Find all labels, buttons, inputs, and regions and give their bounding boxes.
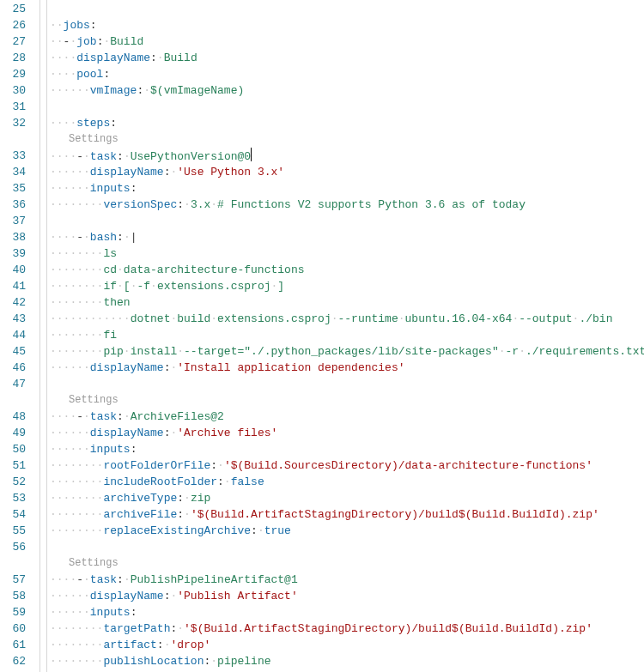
line-number: 52 <box>0 474 26 490</box>
line-number <box>0 131 26 148</box>
code-line[interactable]: ········if·[·-f·extensions.csproj·] <box>50 278 644 294</box>
line-number: 47 <box>0 376 26 392</box>
line-number: 41 <box>0 278 26 294</box>
line-number: 40 <box>0 262 26 278</box>
code-line[interactable]: ··-·job:·Build <box>50 33 644 50</box>
line-number: 44 <box>0 327 26 343</box>
line-number: 46 <box>0 360 26 376</box>
line-number: 31 <box>0 99 26 115</box>
line-number: 59 <box>0 604 26 621</box>
code-line[interactable]: ····pool: <box>50 66 644 82</box>
code-content[interactable]: ··jobs:··-·job:·Build····displayName:·Bu… <box>48 0 644 672</box>
line-number: 28 <box>0 50 26 66</box>
code-line[interactable]: ········artifact:·'drop' <box>50 637 644 653</box>
code-line[interactable]: ····displayName:·Build <box>50 50 644 66</box>
line-number: 60 <box>0 621 26 637</box>
code-line[interactable]: ····-·task:·UsePythonVersion@0 <box>50 148 644 164</box>
line-number: 57 <box>0 572 26 588</box>
line-number: 37 <box>0 213 26 229</box>
code-line[interactable]: ········cd·data-architecture-functions <box>50 262 644 278</box>
line-number: 62 <box>0 653 26 669</box>
code-line[interactable]: ····-·task:·ArchiveFiles@2 <box>50 409 644 425</box>
code-line[interactable]: ········rootFolderOrFile:·'$(Build.Sourc… <box>50 457 644 474</box>
code-line[interactable]: ····-·task:·PublishPipelineArtifact@1 <box>50 572 644 588</box>
line-number: 33 <box>0 148 26 164</box>
line-number: 51 <box>0 457 26 474</box>
code-line[interactable]: ········versionSpec:·3.x·# Functions V2 … <box>50 197 644 213</box>
code-lens-settings[interactable]: Settings <box>50 131 644 148</box>
text-cursor <box>251 148 252 161</box>
line-number: 26 <box>0 17 26 33</box>
line-number: 42 <box>0 294 26 311</box>
line-number: 38 <box>0 229 26 245</box>
code-line[interactable]: ····steps: <box>50 115 644 131</box>
code-line[interactable]: ········includeRootFolder:·false <box>50 474 644 490</box>
code-line[interactable]: ········targetPath:·'$(Build.ArtifactSta… <box>50 621 644 637</box>
line-number: 30 <box>0 82 26 99</box>
code-line[interactable]: ······displayName:·'Publish Artifact' <box>50 588 644 604</box>
line-number <box>0 555 26 572</box>
line-number: 34 <box>0 164 26 180</box>
line-number: 25 <box>0 1 26 17</box>
line-number: 29 <box>0 66 26 82</box>
line-number: 48 <box>0 409 26 425</box>
line-number-gutter: 2526272829303132333435363738394041424344… <box>0 0 38 672</box>
line-number: 36 <box>0 197 26 213</box>
line-number: 54 <box>0 506 26 523</box>
code-line[interactable]: ······vmImage:·$(vmImageName) <box>50 82 644 99</box>
line-number: 32 <box>0 115 26 131</box>
code-line[interactable]: ········publishLocation:·pipeline <box>50 653 644 669</box>
line-number <box>0 392 26 409</box>
line-number: 45 <box>0 343 26 360</box>
code-line[interactable]: ········replaceExistingArchive:·true <box>50 523 644 539</box>
code-line[interactable]: ········archiveType:·zip <box>50 490 644 506</box>
code-line[interactable]: ············dotnet·build·extensions.cspr… <box>50 311 644 327</box>
code-line[interactable]: ······inputs: <box>50 604 644 621</box>
line-number: 49 <box>0 425 26 441</box>
code-line[interactable]: ········pip·install·--target="./.python_… <box>50 343 644 360</box>
line-number: 53 <box>0 490 26 506</box>
code-lens-settings[interactable]: Settings <box>50 555 644 572</box>
line-number: 39 <box>0 245 26 262</box>
code-line[interactable]: ······displayName:·'Install application … <box>50 360 644 376</box>
code-line[interactable]: ······inputs: <box>50 441 644 457</box>
line-number: 35 <box>0 180 26 197</box>
code-editor[interactable]: 2526272829303132333435363738394041424344… <box>0 0 644 672</box>
code-line[interactable]: ········fi <box>50 327 644 343</box>
line-number: 55 <box>0 523 26 539</box>
code-line[interactable]: ····-·bash:·| <box>50 229 644 245</box>
line-number: 58 <box>0 588 26 604</box>
indent-rulers <box>38 0 48 672</box>
code-line[interactable]: ······displayName:·'Use Python 3.x' <box>50 164 644 180</box>
line-number: 43 <box>0 311 26 327</box>
code-line[interactable]: ······inputs: <box>50 180 644 197</box>
code-lens-settings[interactable]: Settings <box>50 392 644 409</box>
line-number: 50 <box>0 441 26 457</box>
line-number: 56 <box>0 539 26 555</box>
line-number: 27 <box>0 33 26 50</box>
code-line[interactable]: ········archiveFile:·'$(Build.ArtifactSt… <box>50 506 644 523</box>
line-number: 61 <box>0 637 26 653</box>
code-line[interactable]: ········ls <box>50 245 644 262</box>
code-line[interactable]: ··jobs: <box>50 17 644 33</box>
code-line[interactable]: ········then <box>50 294 644 311</box>
code-line[interactable]: ······displayName:·'Archive files' <box>50 425 644 441</box>
